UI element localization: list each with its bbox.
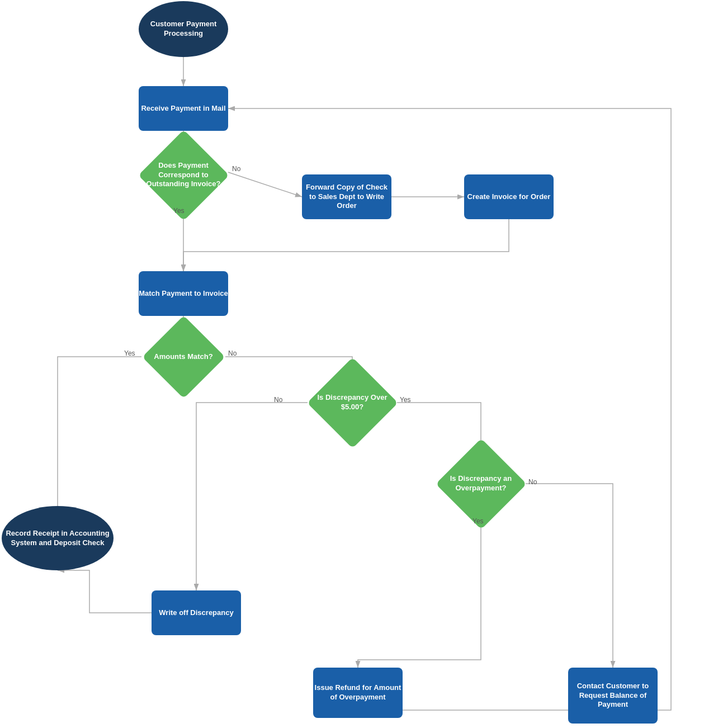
- node-label-amounts-match: Amounts Match?: [154, 352, 212, 362]
- node-amounts-match: Amounts Match?: [141, 329, 225, 385]
- svg-line-4: [228, 172, 302, 197]
- label-yes1: Yes: [173, 207, 185, 215]
- label-no4: No: [528, 478, 537, 486]
- node-label-issue-refund: Issue Refund for Amount of Overpayment: [313, 683, 403, 702]
- node-label-match-payment: Match Payment to Invoice: [139, 289, 228, 299]
- node-receive-payment: Receive Payment in Mail: [139, 86, 228, 131]
- node-label-discrepancy-overpayment: Is Discrepancy an Overpayment?: [436, 474, 526, 493]
- node-label-record-receipt: Record Receipt in Accounting System and …: [2, 529, 114, 548]
- node-discrepancy-over: Is Discrepancy Over $5.00?: [308, 372, 397, 433]
- label-no1: No: [232, 165, 240, 173]
- label-yes3: Yes: [400, 396, 411, 404]
- node-write-off: Write off Discrepancy: [152, 590, 241, 635]
- node-label-create-invoice: Create Invoice for Order: [467, 192, 551, 202]
- label-yes4: Yes: [473, 517, 484, 525]
- node-discrepancy-overpayment: Is Discrepancy an Overpayment?: [436, 453, 526, 514]
- node-match-payment: Match Payment to Invoice: [139, 271, 228, 316]
- label-no2: No: [228, 349, 237, 357]
- node-contact-customer: Contact Customer to Request Balance of P…: [568, 668, 658, 724]
- node-label-contact-customer: Contact Customer to Request Balance of P…: [568, 682, 658, 710]
- node-forward-check: Forward Copy of Check to Sales Dept to W…: [302, 174, 391, 219]
- node-record-receipt: Record Receipt in Accounting System and …: [2, 506, 114, 570]
- node-label-forward-check: Forward Copy of Check to Sales Dept to W…: [302, 183, 391, 211]
- label-no3: No: [274, 396, 282, 404]
- node-does-payment-correspond: Does Payment Correspond to Outstanding I…: [139, 144, 228, 206]
- node-label-discrepancy-over: Is Discrepancy Over $5.00?: [308, 393, 397, 412]
- node-issue-refund: Issue Refund for Amount of Overpayment: [313, 668, 403, 718]
- node-label-write-off: Write off Discrepancy: [159, 608, 233, 618]
- label-yes2: Yes: [124, 349, 135, 357]
- node-customer-payment-processing: Customer Payment Processing: [139, 1, 228, 57]
- node-label-does-payment: Does Payment Correspond to Outstanding I…: [139, 161, 228, 190]
- node-label-receive-payment: Receive Payment in Mail: [141, 104, 225, 114]
- node-create-invoice: Create Invoice for Order: [464, 174, 554, 219]
- flowchart: Customer Payment Processing Receive Paym…: [0, 0, 704, 728]
- node-label-customer-payment-processing: Customer Payment Processing: [139, 20, 228, 39]
